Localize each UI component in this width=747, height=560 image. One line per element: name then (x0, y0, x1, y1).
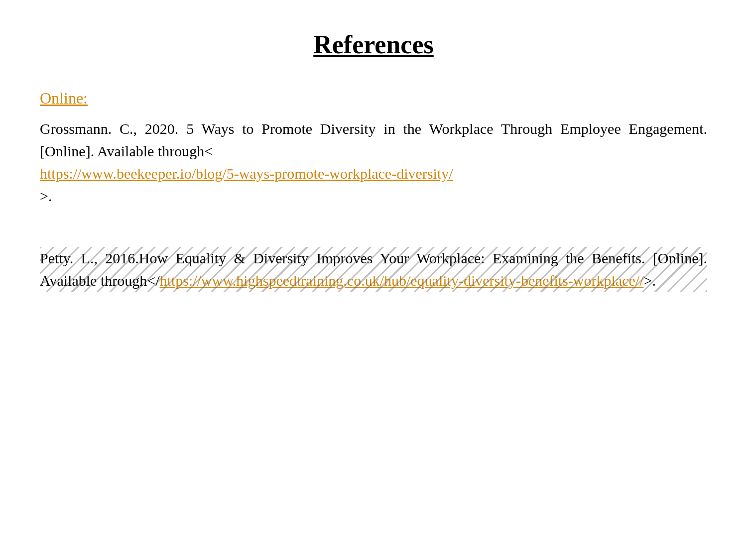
section-label: Online: (40, 89, 707, 108)
ref1-text-before: Grossmann. C., 2020. 5 Ways to Promote D… (40, 120, 707, 159)
ref2-link[interactable]: https://www.highspeedtraining.co.uk/hub/… (159, 272, 643, 289)
page-title: References (40, 30, 707, 59)
reference-block-1: Grossmann. C., 2020. 5 Ways to Promote D… (40, 117, 707, 207)
content-area: References Online: Grossmann. C., 2020. … (0, 0, 747, 292)
ref1-text-after: >. (40, 188, 52, 204)
ref1-link[interactable]: https://www.beekeeper.io/blog/5-ways-pro… (40, 165, 453, 182)
spacer (40, 227, 707, 247)
reference-text-2: Petty. L., 2016.How Equality & Diversity… (40, 247, 707, 292)
ref2-text-after: >. (643, 272, 655, 289)
reference-block-2: Petty. L., 2016.How Equality & Diversity… (40, 247, 707, 292)
page-container: References Online: Grossmann. C., 2020. … (0, 0, 747, 560)
reference-text-1: Grossmann. C., 2020. 5 Ways to Promote D… (40, 117, 707, 207)
